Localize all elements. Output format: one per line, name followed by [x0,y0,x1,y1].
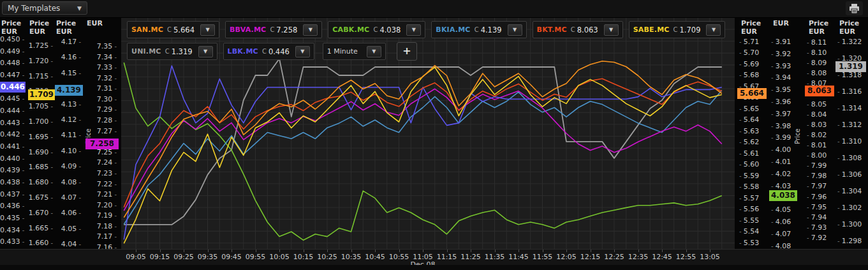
time-tick [519,250,519,252]
axis-tick: - 1.298 [835,237,866,245]
axis-tick: - 4.01 [769,158,797,166]
security-tab-CABK.MC[interactable]: CABK.MCC4.038▼ [328,21,425,38]
axis-tick: - 5.56 [737,206,767,213]
time-tick [160,250,161,252]
add-chart-button[interactable]: + [397,42,417,61]
axis-tick: - 1.306 [835,171,866,179]
time-tick [375,250,376,252]
chevron-down-icon[interactable]: ▼ [706,24,721,36]
axis-tick: - 5.55 [737,217,767,225]
security-symbol: BBVA.MC [230,26,266,34]
time-tick [232,250,232,252]
time-tick [447,250,448,252]
price-axis-bkia: Price EUR4.17 -4.16 -4.15 -4.14 -4.13 -4… [55,18,83,249]
template-selector[interactable]: My Templates ▼ [2,1,87,15]
chevron-down-icon[interactable]: ▼ [604,24,619,36]
chevron-down-icon[interactable]: ▼ [367,46,381,57]
last-price-badge-bkt: 8.063 [805,86,834,96]
axis-tick: 1.680 - [28,179,55,186]
axis-tick: 4.13 - [55,101,83,109]
axis-tick: - 1.300 [835,221,866,229]
axis-tick: 1.675 - [28,194,55,202]
axis-tick: 1.725 - [28,42,55,50]
axis-tick: - 5.61 [737,150,767,158]
time-tick [351,250,352,252]
security-tab-BBVA.MC[interactable]: BBVA.MCC7.258▼ [225,21,322,38]
axis-tick: - 1.304 [835,188,866,195]
interval-selector[interactable]: 1 Minute ▼ [323,43,386,60]
chevron-down-icon[interactable]: ▼ [198,46,213,57]
chevron-down-icon[interactable]: ▼ [508,24,522,36]
time-axis-label: 12:55 [676,253,696,261]
security-symbol: LBK.MC [228,47,258,56]
axis-tick: - 1.322 [835,38,866,46]
security-tab-LBK.MC[interactable]: LBK.MCC0.446▼ [223,43,314,60]
price-axis-cabk: EUR- 3.91- 3.92- 3.93- 3.94- 3.95- 3.96-… [769,18,797,249]
axis-tick: 0.444 - [0,107,26,115]
security-symbol: BKT.MC [537,26,567,34]
price-axis-uni: Price EUR- 1.322- 1.320- 1.318- 1.316- 1… [835,18,866,249]
close-prefix: C [373,26,378,33]
axis-tick: 7.30 - [85,96,119,103]
time-tick [256,250,256,252]
axis-tick: - 3.95 [769,86,797,94]
security-symbol: BKIA.MC [436,26,470,34]
close-prefix: C [571,26,575,33]
axis-tick: 7.23 - [85,170,119,177]
time-tick [614,250,615,252]
security-tab-SAN.MC[interactable]: SAN.MCC5.664▼ [127,21,219,38]
security-tab-BKIA.MC[interactable]: BKIA.MCC4.139▼ [431,21,526,38]
time-tick [304,250,304,252]
axis-tick: - 5.58 [737,183,767,191]
axis-tick: - 8.04 [805,111,834,119]
axis-tick: 7.20 - [85,202,119,209]
axis-tick: - 8.09 [805,59,834,67]
last-price-badge-cabk: 4.038 [769,190,797,201]
axis-tick: - 3.96 [769,98,797,106]
axis-tick: - 7.92 [805,234,834,242]
printer-icon [849,4,860,13]
print-button[interactable] [846,1,863,15]
axis-tick: 0.450 - [0,36,26,43]
axis-tick: 0.433 - [0,238,26,246]
axis-tick: 1.705 - [28,103,55,110]
axis-tick: 0.435 - [0,214,26,222]
chevron-down-icon[interactable]: ▼ [406,24,421,36]
chevron-down-icon[interactable]: ▼ [303,24,318,36]
close-prefix: C [262,48,267,55]
axis-header: EUR [773,19,789,27]
time-axis-label: 09:55 [246,253,266,261]
axis-tick: - 3.98 [769,123,797,130]
security-tab-UNI.MC[interactable]: UNI.MCC1.319▼ [127,43,217,60]
time-axis-label: 11:25 [460,253,481,261]
chart-workspace: My Templates ▼ Price EUR0.450 -0.449 -0.… [0,0,868,270]
axis-header: Price EUR [741,19,761,36]
security-tab-SABE.MC[interactable]: SABE.MCC1.709▼ [629,21,726,38]
time-axis-label: 09:05 [126,253,146,261]
axis-tick: 1.715 - [28,73,55,80]
interval-selector-value: 1 Minute [327,47,358,56]
axis-tick: 7.25 - [85,149,119,156]
close-price: 1.709 [680,26,701,34]
axis-tick: 7.19 - [85,212,119,220]
time-tick [423,250,423,252]
axis-tick: - 4.06 [769,218,797,226]
last-price-badge-bkia: 4.139 [55,85,83,96]
axis-tick: 4.10 - [55,147,83,155]
axis-tick: - 5.69 [737,61,767,68]
axis-tick: - 7.93 [805,224,834,232]
axis-header: Price EUR [839,19,859,36]
axis-tick: - 7.94 [805,214,834,221]
top-toolbar: My Templates ▼ [0,0,868,18]
chevron-down-icon[interactable]: ▼ [295,46,310,57]
axis-tick: - 3.94 [769,74,797,82]
axis-tick: - 4.00 [769,146,797,154]
time-axis-label: 13:05 [700,253,720,261]
axis-tick: - 4.05 [769,206,797,214]
time-tick [495,250,496,252]
axis-tick: - 7.99 [805,162,834,170]
time-axis-label: 12:35 [628,253,649,261]
chevron-down-icon[interactable]: ▼ [200,24,215,36]
security-tab-BKT.MC[interactable]: BKT.MCC8.063▼ [533,21,623,38]
axis-tick: 7.33 - [85,64,119,71]
